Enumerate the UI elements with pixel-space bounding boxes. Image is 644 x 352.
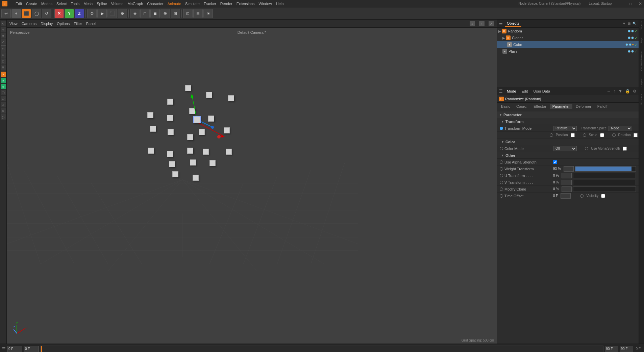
transform-mode-radio[interactable] <box>500 127 503 130</box>
attr-back-icon[interactable]: ← <box>607 89 611 94</box>
v-transform-input[interactable] <box>562 180 572 185</box>
u-transform-slider[interactable] <box>573 173 636 178</box>
tool2[interactable]: ◯ <box>32 9 41 18</box>
obj-filter-icon[interactable]: ▼ <box>622 22 626 25</box>
end-frame-input[interactable] <box>620 346 633 352</box>
obj-check-cloner[interactable]: ✓ <box>635 36 637 40</box>
rotation-checkbox[interactable] <box>634 133 638 137</box>
attr-mode-tab[interactable]: Mode <box>505 89 518 94</box>
menu-volume[interactable]: Volume <box>111 2 124 6</box>
obj-search-icon[interactable]: 🔍 <box>633 22 637 25</box>
object-row-plain[interactable]: P Plain ✓ <box>497 48 639 55</box>
attr-options-icon[interactable]: ⚙ <box>633 89 637 94</box>
timeline-scrubber[interactable] <box>40 346 603 352</box>
attr-tab-coord[interactable]: Coord. <box>514 104 530 109</box>
strip-tags-label[interactable]: Tags <box>640 37 643 43</box>
use-alpha-color-radio[interactable] <box>585 147 588 150</box>
menu-tools[interactable]: Tools <box>71 2 80 6</box>
tool1[interactable]: ⬛ <box>22 9 31 18</box>
tool-z[interactable]: Z <box>75 9 84 18</box>
weight-radio[interactable] <box>500 167 503 171</box>
tool-x[interactable]: ✕ <box>54 9 64 18</box>
left-tool-7[interactable]: ◯ <box>1 90 6 95</box>
position-checkbox[interactable] <box>571 133 575 137</box>
undo-button[interactable]: ↩ <box>1 9 11 18</box>
start-frame-input[interactable] <box>605 346 618 352</box>
color-mode-dropdown[interactable]: Off On <box>553 146 577 151</box>
fps-input[interactable] <box>24 346 39 352</box>
attr-tab-deformer[interactable]: Deformer <box>573 104 594 109</box>
obj-render-cloner[interactable] <box>631 36 634 39</box>
scale-radio[interactable] <box>583 133 586 137</box>
render-btn[interactable]: ⚙ <box>118 9 127 18</box>
time-offset-radio[interactable] <box>500 194 503 198</box>
viewport[interactable]: Perspective Default Camera.* X Y Z Grid … <box>7 28 497 344</box>
vp-tab-view[interactable]: View <box>9 22 18 26</box>
modify-clone-input[interactable] <box>562 186 572 192</box>
weight-input[interactable] <box>564 166 574 172</box>
color-mode-radio[interactable] <box>500 147 503 150</box>
minimize-button[interactable]: ─ <box>620 1 623 6</box>
left-tool-6[interactable]: ⊞ <box>1 65 6 70</box>
render-region[interactable]: ▶ <box>97 9 107 18</box>
obj-check-plain[interactable]: ✓ <box>635 50 637 53</box>
display-wire[interactable]: ◻ <box>140 9 150 18</box>
vp-up-icon[interactable]: ↑ <box>479 21 485 26</box>
left-tool-s3[interactable]: S <box>1 84 6 89</box>
vp-tab-display[interactable]: Display <box>41 22 53 26</box>
strip-content-browser-label[interactable]: Content Browser <box>640 51 643 71</box>
menu-mesh[interactable]: Mesh <box>83 2 93 6</box>
attr-section-transform[interactable]: ▼ Transform <box>497 118 639 125</box>
obj-render-random[interactable] <box>631 30 634 32</box>
attr-tab-falloff[interactable]: Falloff <box>595 104 610 109</box>
new-object-button[interactable]: + <box>11 9 21 18</box>
current-frame-input[interactable] <box>7 346 22 352</box>
render-all[interactable]: ⬛ <box>107 9 117 18</box>
render-settings[interactable]: ⚙ <box>87 9 97 18</box>
menu-edit[interactable]: Edit <box>16 2 22 6</box>
restore-button[interactable]: □ <box>629 1 632 6</box>
vp-home-icon[interactable]: ⌂ <box>470 21 475 26</box>
menu-spline[interactable]: Spline <box>97 2 107 6</box>
obj-render-plain[interactable] <box>631 50 634 53</box>
left-tool-11[interactable]: ( ) <box>1 114 6 120</box>
left-tool-10[interactable]: ⊕ <box>1 108 6 114</box>
obj-vis-plain[interactable] <box>628 50 630 53</box>
u-transform-radio[interactable] <box>500 174 503 177</box>
object-row-random[interactable]: ▶ R Random ✓ <box>497 28 639 34</box>
snap-btn[interactable]: ⊡ <box>183 9 193 18</box>
attr-tab-basic[interactable]: Basic <box>498 104 513 109</box>
rotation-radio[interactable] <box>612 133 616 137</box>
attr-tab-effector[interactable]: Effector <box>531 104 549 109</box>
left-tool-scale[interactable]: ⤢ <box>1 39 6 45</box>
use-alpha-radio[interactable] <box>500 160 503 164</box>
strip-layers-label[interactable]: Layers <box>640 78 643 86</box>
attr-tab-parameter[interactable]: Parameter <box>550 104 572 109</box>
objects-tab[interactable]: Objects <box>505 21 521 27</box>
left-tool-s2[interactable]: S <box>1 78 6 83</box>
attr-lock-icon[interactable]: 🔒 <box>625 89 630 94</box>
object-row-cube[interactable]: ■ Cube ● ✓ <box>497 41 639 48</box>
menu-animate[interactable]: Animate <box>168 2 181 6</box>
vp-tab-cameras[interactable]: Cameras <box>22 22 37 26</box>
use-alpha-color-checkbox[interactable] <box>623 147 627 151</box>
menu-window[interactable]: Window <box>259 2 272 6</box>
visibility-radio[interactable] <box>580 194 584 198</box>
vp-tab-filter[interactable]: Filter <box>74 22 82 26</box>
timeline-menu-icon[interactable]: ☰ <box>2 347 6 351</box>
close-button[interactable]: ✕ <box>639 1 642 6</box>
vp-tab-options[interactable]: Options <box>57 22 70 26</box>
visibility-checkbox[interactable] <box>601 194 605 198</box>
vp-tab-panel[interactable]: Panel <box>86 22 96 26</box>
display-mode[interactable]: ◈ <box>130 9 140 18</box>
menu-character[interactable]: Character <box>147 2 163 6</box>
left-tool-s[interactable]: S <box>1 72 6 77</box>
attr-up-icon[interactable]: ↑ <box>614 89 616 94</box>
menu-tracker[interactable]: Tracker <box>204 2 216 6</box>
left-tool-cursor[interactable]: ↖ <box>1 21 6 26</box>
menu-mograph[interactable]: MoGraph <box>127 2 143 6</box>
left-tool-paint[interactable]: ✏ <box>1 52 6 58</box>
attr-section-other[interactable]: ▼ Other <box>497 152 639 159</box>
position-radio[interactable] <box>550 133 553 137</box>
u-transform-input[interactable] <box>562 173 572 178</box>
